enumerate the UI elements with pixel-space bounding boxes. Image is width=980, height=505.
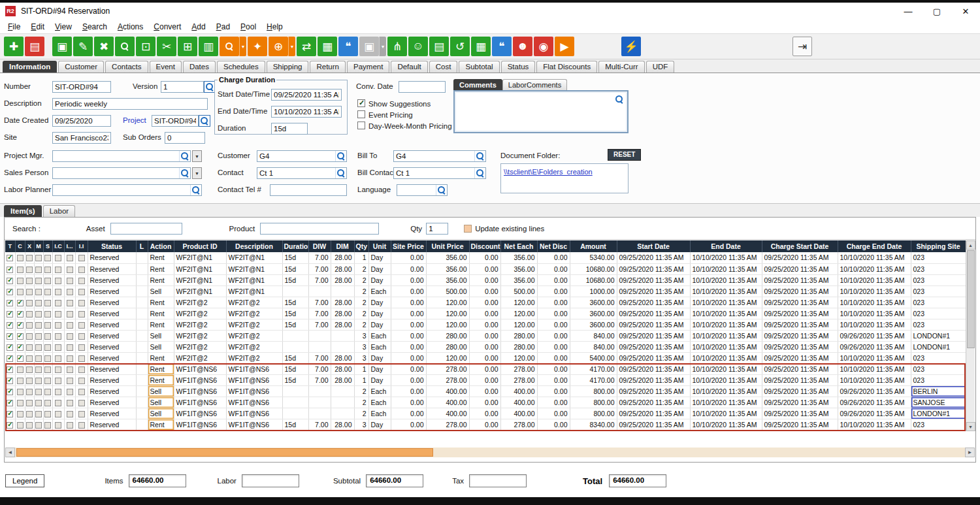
- cell-idot[interactable]: [64, 263, 75, 274]
- grid-row[interactable]: ReservedRentWF2IT@2WF2IT@215d7.0028.002D…: [5, 308, 966, 319]
- cell-ii[interactable]: [75, 352, 88, 363]
- row-check-ic[interactable]: [55, 278, 61, 284]
- copy-icon[interactable]: ⊞: [178, 37, 197, 56]
- cell-dim[interactable]: 28.00: [331, 363, 354, 374]
- update-existing-lines-checkbox[interactable]: [464, 225, 472, 233]
- cell-charge_end[interactable]: 10/10/2020 11:35 AM: [838, 274, 911, 285]
- row-check-idot[interactable]: [67, 389, 73, 395]
- row-check-ii[interactable]: [78, 344, 85, 351]
- cell-l[interactable]: [136, 363, 148, 374]
- cell-qty[interactable]: 2: [354, 385, 368, 397]
- number-field[interactable]: [52, 81, 111, 93]
- cell-diw[interactable]: 7.00: [308, 363, 331, 374]
- cell-end_date[interactable]: 10/10/2020 11:35 AM: [690, 263, 762, 274]
- cell-duration[interactable]: [282, 330, 308, 341]
- cell-discount[interactable]: 0.00: [469, 285, 500, 297]
- cell-start_date[interactable]: 09/25/2020 11:35 AM: [617, 363, 690, 374]
- horizontal-scroll-thumb[interactable]: [16, 448, 433, 457]
- person-icon[interactable]: ☻: [513, 37, 532, 56]
- grid-row[interactable]: ReservedRentWF1IT@NS6WF1IT@NS615d7.0028.…: [5, 374, 966, 385]
- cell-idot[interactable]: [64, 408, 75, 419]
- contact-search-icon[interactable]: [335, 168, 346, 178]
- row-check-t[interactable]: [7, 278, 13, 284]
- add-to-cart-icon[interactable]: ⊕: [269, 37, 288, 56]
- version-field[interactable]: [161, 81, 204, 93]
- cell-m[interactable]: [34, 274, 43, 285]
- cell-status[interactable]: Reserved: [88, 397, 136, 408]
- cell-product_id[interactable]: WF1IT@NS6: [174, 385, 226, 397]
- cell-l[interactable]: [136, 374, 148, 385]
- cell-description[interactable]: WF1IT@NS6: [226, 397, 282, 408]
- project-label[interactable]: Project: [123, 116, 146, 124]
- cell-ii[interactable]: [75, 363, 88, 374]
- cell-qty[interactable]: 3: [354, 341, 368, 352]
- cell-t[interactable]: [5, 274, 15, 285]
- language-search-icon[interactable]: [436, 185, 447, 195]
- end-datetime-field[interactable]: [271, 106, 342, 118]
- asset-search-input[interactable]: [110, 223, 182, 235]
- cell-ic[interactable]: [52, 397, 64, 408]
- vertical-scrollbar[interactable]: ▲ ▼: [966, 240, 975, 431]
- legend-button[interactable]: Legend: [5, 474, 44, 487]
- cell-discount[interactable]: 0.00: [469, 252, 500, 263]
- cell-status[interactable]: Reserved: [88, 408, 136, 419]
- cell-end_date[interactable]: 10/10/2020 11:35 AM: [690, 385, 762, 397]
- grid-row[interactable]: ReservedRentWF1IT@NS6WF1IT@NS615d7.0028.…: [5, 419, 966, 430]
- row-check-ii[interactable]: [78, 333, 85, 340]
- cell-shipping_site[interactable]: SANJOSE: [911, 397, 966, 408]
- comments-box[interactable]: [453, 90, 629, 133]
- cell-shipping_site[interactable]: 023: [911, 374, 966, 385]
- row-check-idot[interactable]: [67, 255, 73, 261]
- search-icon[interactable]: [115, 37, 135, 56]
- cell-qty[interactable]: 2: [354, 263, 368, 274]
- cell-product_id[interactable]: WF1IT@NS6: [174, 397, 226, 408]
- event-pricing-checkbox[interactable]: [357, 110, 365, 118]
- cell-shipping_site[interactable]: 023: [911, 285, 966, 297]
- row-check-idot[interactable]: [67, 278, 73, 284]
- cell-status[interactable]: Reserved: [88, 319, 136, 330]
- cell-qty[interactable]: 2: [354, 297, 368, 308]
- add-to-cart-icon-dropdown[interactable]: ▾: [288, 37, 295, 56]
- cell-m[interactable]: [34, 363, 43, 374]
- cell-net_disc[interactable]: 0.00: [537, 319, 570, 330]
- cell-net_each[interactable]: 356.00: [500, 263, 537, 274]
- column-header-idot[interactable]: I...: [64, 240, 75, 252]
- row-check-x[interactable]: [26, 422, 33, 429]
- workflow-icon[interactable]: ⋔: [387, 37, 407, 56]
- row-check-s[interactable]: [44, 344, 51, 351]
- cell-qty[interactable]: 2: [354, 308, 368, 319]
- column-header-qty[interactable]: Qty: [354, 240, 368, 252]
- cell-unit[interactable]: Day: [368, 352, 391, 363]
- cell-product_id[interactable]: WF1IT@NS6: [174, 408, 226, 419]
- labor-planner-search-icon[interactable]: [190, 185, 201, 195]
- tab-cost[interactable]: Cost: [429, 61, 458, 73]
- grid-row[interactable]: ReservedSellWF1IT@NS6WF1IT@NS62Each0.004…: [5, 397, 966, 408]
- contact-tel-field[interactable]: [270, 184, 347, 196]
- row-check-idot[interactable]: [67, 289, 73, 295]
- cell-idot[interactable]: [64, 419, 75, 430]
- cell-x[interactable]: [25, 397, 34, 408]
- cell-diw[interactable]: 7.00: [308, 374, 331, 385]
- cell-end_date[interactable]: 10/10/2020 11:35 AM: [690, 285, 762, 297]
- row-check-s[interactable]: [44, 378, 51, 384]
- cell-amount[interactable]: 800.00: [570, 397, 617, 408]
- cell-action[interactable]: Rent: [148, 263, 174, 274]
- cell-net_each[interactable]: 278.00: [500, 363, 537, 374]
- cell-description[interactable]: WF2IT@2: [226, 308, 282, 319]
- column-header-s[interactable]: S: [43, 240, 52, 252]
- row-check-c[interactable]: [17, 344, 24, 351]
- row-check-x[interactable]: [26, 389, 33, 395]
- cell-m[interactable]: [34, 419, 43, 430]
- row-check-s[interactable]: [44, 355, 51, 362]
- cell-s[interactable]: [43, 352, 52, 363]
- cell-t[interactable]: [5, 419, 15, 430]
- row-check-ii[interactable]: [78, 411, 85, 417]
- row-check-m[interactable]: [35, 389, 42, 395]
- cell-m[interactable]: [34, 330, 43, 341]
- tab-multi-curr[interactable]: Multi-Curr: [598, 61, 644, 73]
- cell-s[interactable]: [43, 363, 52, 374]
- tab-labor-comments[interactable]: LaborComments: [502, 79, 567, 91]
- cell-shipping_site[interactable]: LONDON#1: [911, 341, 966, 352]
- row-check-idot[interactable]: [67, 300, 73, 306]
- cell-amount[interactable]: 8340.00: [570, 419, 617, 430]
